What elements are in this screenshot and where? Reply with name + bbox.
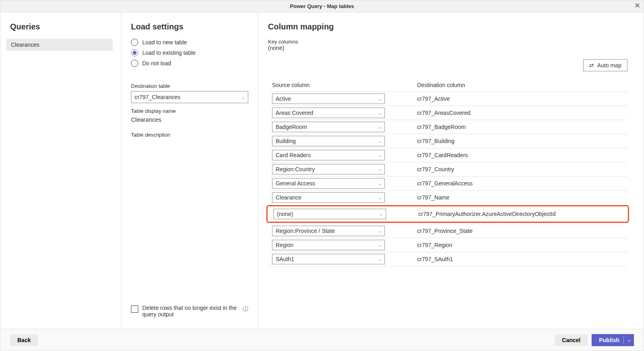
destination-column-cell: cr797_Country <box>413 166 627 172</box>
source-column-cell: Building⌵ <box>268 136 413 146</box>
radio-icon <box>131 49 138 56</box>
source-column-value: Areas Covered <box>276 110 313 116</box>
info-icon[interactable]: ⓘ <box>243 305 248 313</box>
app-window: Power Query - Map tables ✕ Queries Clear… <box>0 0 644 351</box>
table-display-name-value: Clearances <box>131 116 248 123</box>
radio-load-existing-table[interactable]: Load to existing table <box>131 49 248 56</box>
destination-table-label: Destination table <box>131 83 248 89</box>
queries-panel: Queries Clearances <box>0 12 121 329</box>
key-columns-label: Key columns <box>268 39 627 45</box>
query-item-clearances[interactable]: Clearances <box>6 39 113 51</box>
key-columns-section: Key columns (none) <box>268 39 627 51</box>
chevron-down-icon: ⌵ <box>378 167 381 172</box>
chevron-down-icon: ⌵ <box>378 125 381 130</box>
mapping-row: Building⌵cr797_Building <box>268 134 627 148</box>
key-columns-value: (none) <box>268 45 627 51</box>
source-column-dropdown[interactable]: SAuth1⌵ <box>272 254 385 264</box>
destination-column-cell: cr797_PrimaryAuthorizer.AzureActiveDirec… <box>414 211 626 217</box>
radio-icon <box>131 39 138 46</box>
source-column-dropdown[interactable]: Region:Country⌵ <box>272 164 385 174</box>
source-column-value: (none) <box>277 211 293 217</box>
chevron-down-icon: ⌵ <box>378 257 381 262</box>
chevron-down-icon: ⌵ <box>378 96 381 102</box>
source-column-dropdown[interactable]: (none)⌵ <box>273 209 386 219</box>
source-column-value: Region <box>276 242 293 248</box>
destination-column-cell: cr797_Building <box>413 138 627 144</box>
mapping-row: (none)⌵cr797_PrimaryAuthorizer.AzureActi… <box>269 207 626 221</box>
load-settings-title: Load settings <box>131 22 248 31</box>
source-column-dropdown[interactable]: BadgeRoom⌵ <box>272 122 385 132</box>
source-column-dropdown[interactable]: Building⌵ <box>272 136 385 146</box>
source-column-cell: Card Readers⌵ <box>268 150 413 160</box>
checkbox-icon <box>131 305 138 313</box>
source-column-value: Region:Province / State <box>276 228 335 234</box>
chevron-down-icon: ⌵ <box>380 212 382 217</box>
radio-label: Do not load <box>142 60 171 66</box>
delete-rows-label: Delete rows that no longer exist in the … <box>142 305 239 318</box>
source-column-cell: General Access⌵ <box>268 178 413 189</box>
source-column-dropdown[interactable]: Card Readers⌵ <box>272 150 385 160</box>
destination-column-cell: cr797_Region <box>413 242 627 248</box>
source-column-dropdown[interactable]: General Access⌵ <box>272 178 385 189</box>
auto-map-button[interactable]: ⇄ Auto map <box>583 59 627 71</box>
highlighted-mapping-row: (none)⌵cr797_PrimaryAuthorizer.AzureActi… <box>266 205 629 223</box>
source-column-cell: BadgeRoom⌵ <box>268 122 413 132</box>
close-icon[interactable]: ✕ <box>634 2 640 9</box>
source-column-cell: Region:Country⌵ <box>268 164 413 174</box>
delete-rows-checkbox-row[interactable]: Delete rows that no longer exist in the … <box>131 305 248 322</box>
source-column-cell: (none)⌵ <box>269 209 414 219</box>
source-column-cell: Areas Covered⌵ <box>268 108 413 118</box>
source-column-cell: Region⌵ <box>268 240 413 250</box>
publish-button[interactable]: Publish ⌵ <box>592 334 634 346</box>
source-column-value: Region:Country <box>276 166 315 172</box>
radio-load-new-table[interactable]: Load to new table <box>131 39 248 46</box>
load-settings-panel: Load settings Load to new table Load to … <box>121 12 258 329</box>
mapping-row: Card Readers⌵cr797_CardReaders <box>268 148 627 162</box>
mapping-table: Active⌵cr797_ActiveAreas Covered⌵cr797_A… <box>268 91 627 266</box>
title-bar: Power Query - Map tables ✕ <box>0 0 644 12</box>
source-column-value: Clearance <box>276 194 301 201</box>
source-column-cell: SAuth1⌵ <box>268 254 413 264</box>
destination-column-cell: cr797_Province_State <box>413 228 627 234</box>
destination-column-cell: cr797_SAuth1 <box>413 256 627 262</box>
chevron-down-icon: ⌵ <box>378 181 381 186</box>
chevron-down-icon: ⌵ <box>378 110 381 116</box>
mapping-row: General Access⌵cr797_GeneralAccess <box>268 176 627 190</box>
auto-map-label: Auto map <box>597 62 621 69</box>
source-column-value: Card Readers <box>276 152 311 158</box>
source-column-value: SAuth1 <box>276 256 294 262</box>
footer-bar: Back Cancel Publish ⌵ <box>0 329 644 351</box>
source-column-dropdown[interactable]: Clearance⌵ <box>272 192 385 203</box>
chevron-down-icon: ⌵ <box>378 228 381 234</box>
divider <box>623 336 624 344</box>
source-column-value: BadgeRoom <box>276 124 307 130</box>
source-column-dropdown[interactable]: Areas Covered⌵ <box>272 108 385 118</box>
source-column-dropdown[interactable]: Region:Province / State⌵ <box>272 226 385 236</box>
content-area: Queries Clearances Load settings Load to… <box>0 12 644 329</box>
chevron-down-icon: ⌵ <box>378 153 381 158</box>
destination-table-value: cr797_Clearances <box>135 94 181 100</box>
destination-column-header: Destination column <box>413 82 627 88</box>
source-column-dropdown[interactable]: Region⌵ <box>272 240 385 250</box>
mapping-row: Region:Province / State⌵cr797_Province_S… <box>268 224 627 238</box>
radio-do-not-load[interactable]: Do not load <box>131 60 248 67</box>
destination-column-cell: cr797_CardReaders <box>413 152 627 158</box>
back-button[interactable]: Back <box>10 334 38 346</box>
destination-table-dropdown[interactable]: cr797_Clearances ⌵ <box>131 91 248 103</box>
source-column-dropdown[interactable]: Active⌵ <box>272 93 385 104</box>
destination-column-cell: cr797_Name <box>413 194 627 201</box>
destination-column-cell: cr797_GeneralAccess <box>413 180 627 187</box>
table-description-label: Table description <box>131 132 248 138</box>
source-column-value: General Access <box>276 180 315 187</box>
mapping-row: BadgeRoom⌵cr797_BadgeRoom <box>268 120 627 134</box>
destination-column-cell: cr797_BadgeRoom <box>413 124 627 130</box>
destination-column-cell: cr797_AreasCovered <box>413 110 627 116</box>
mapping-table-header: Source column Destination column <box>268 82 627 91</box>
mapping-row: SAuth1⌵cr797_SAuth1 <box>268 252 627 266</box>
mapping-row: Areas Covered⌵cr797_AreasCovered <box>268 106 627 120</box>
source-column-header: Source column <box>268 82 413 88</box>
chevron-down-icon: ⌵ <box>378 243 381 248</box>
cancel-button[interactable]: Cancel <box>555 334 588 346</box>
chevron-down-icon: ⌵ <box>378 139 381 144</box>
destination-column-cell: cr797_Active <box>413 96 627 102</box>
